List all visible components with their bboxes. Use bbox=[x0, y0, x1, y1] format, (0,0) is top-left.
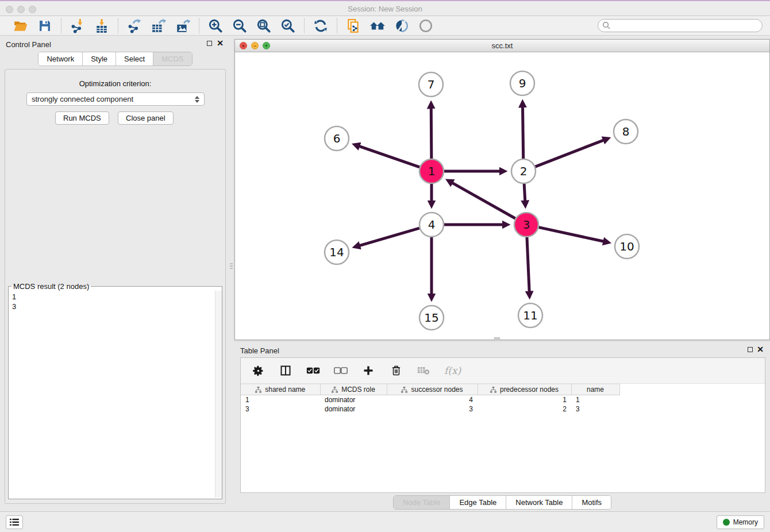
close-panel-button[interactable]: Close panel bbox=[118, 111, 174, 125]
table-cell[interactable]: 3 bbox=[571, 404, 619, 414]
graph-edge-3-1[interactable] bbox=[452, 183, 515, 218]
table-cell[interactable]: 4 bbox=[387, 395, 478, 404]
control-panel-tabs: NetworkStyleSelectMCDS bbox=[38, 52, 192, 66]
table-cell[interactable]: dominator bbox=[320, 404, 387, 414]
column-header-MCDS-role[interactable]: MCDS role bbox=[320, 384, 387, 395]
import-table-icon[interactable] bbox=[94, 18, 110, 34]
vertical-splitter-handle[interactable] bbox=[229, 260, 233, 272]
close-panel-icon[interactable]: ✕ bbox=[217, 38, 224, 48]
graph-node-10[interactable]: 10 bbox=[615, 234, 639, 259]
level-of-detail-icon[interactable] bbox=[418, 18, 434, 34]
search-box bbox=[598, 19, 763, 32]
tab-style[interactable]: Style bbox=[83, 52, 116, 65]
search-input[interactable] bbox=[611, 20, 762, 31]
float-panel-icon[interactable] bbox=[207, 41, 212, 46]
horizontal-splitter-handle[interactable] bbox=[494, 337, 500, 340]
graph-edge-2-3[interactable] bbox=[524, 184, 525, 201]
graph-node-3[interactable]: 3 bbox=[514, 213, 538, 237]
table-cell[interactable]: 1 bbox=[571, 395, 619, 404]
graph-node-14[interactable]: 14 bbox=[325, 240, 349, 264]
graph-edge-3-10[interactable] bbox=[538, 228, 603, 242]
zoom-in-icon[interactable] bbox=[207, 18, 224, 34]
table-cell[interactable]: 1 bbox=[241, 395, 320, 404]
graph-node-11[interactable]: 11 bbox=[518, 303, 542, 327]
table-cell[interactable]: 2 bbox=[478, 404, 571, 414]
mcds-result-text[interactable]: 1 3 bbox=[9, 291, 215, 498]
run-mcds-button[interactable]: Run MCDS bbox=[55, 111, 109, 125]
graph-edge-2-9[interactable] bbox=[523, 107, 523, 159]
graph-node-2[interactable]: 2 bbox=[511, 159, 536, 183]
search-icon bbox=[602, 21, 611, 30]
status-bar: Memory bbox=[0, 511, 770, 532]
graph-node-4[interactable]: 4 bbox=[419, 213, 444, 237]
column-header-predecessor-nodes[interactable]: predecessor nodes bbox=[478, 384, 571, 395]
settings-gear-icon[interactable] bbox=[251, 364, 265, 377]
column-header-successor-nodes[interactable]: successor nodes bbox=[387, 384, 478, 395]
close-table-panel-icon[interactable]: ✕ bbox=[757, 345, 764, 354]
import-network-icon[interactable] bbox=[70, 18, 86, 34]
open-file-icon[interactable] bbox=[13, 18, 29, 34]
graph-node-label: 7 bbox=[428, 78, 435, 91]
graph-edge-3-11[interactable] bbox=[527, 237, 529, 292]
table-panel-header: Table Panel ✕ bbox=[234, 342, 770, 358]
select-all-checkboxes-icon[interactable] bbox=[306, 364, 320, 377]
column-header-shared-name[interactable]: shared name bbox=[241, 384, 320, 395]
graph-edge-1-6[interactable] bbox=[359, 146, 419, 167]
graph-edge-1-7[interactable] bbox=[431, 108, 432, 159]
criterion-select[interactable]: strongly connected component bbox=[26, 92, 205, 106]
table-cell[interactable]: 1 bbox=[478, 395, 571, 404]
graph-node-6[interactable]: 6 bbox=[325, 126, 349, 151]
column-layout-icon[interactable] bbox=[279, 364, 292, 377]
network-view-window: × − + scc.txt 7968124314101511 bbox=[234, 39, 770, 340]
graph-node-label: 8 bbox=[622, 125, 630, 138]
graph-node-label: 4 bbox=[428, 218, 436, 232]
app-titlebar: Session: New Session bbox=[0, 0, 770, 16]
network-window-titlebar[interactable]: × − + scc.txt bbox=[235, 40, 769, 52]
graphics-details-icon[interactable] bbox=[394, 18, 410, 34]
task-history-button[interactable] bbox=[6, 515, 23, 529]
save-session-icon[interactable] bbox=[37, 18, 53, 34]
memory-button[interactable]: Memory bbox=[717, 515, 764, 529]
zoom-out-icon[interactable] bbox=[232, 18, 248, 34]
tab-select[interactable]: Select bbox=[116, 52, 153, 65]
add-row-icon[interactable] bbox=[361, 364, 375, 377]
tab-edge-table[interactable]: Edge Table bbox=[450, 496, 506, 509]
table-cell[interactable]: 3 bbox=[241, 404, 320, 414]
zoom-selected-icon[interactable] bbox=[280, 18, 296, 34]
float-table-panel-icon[interactable] bbox=[748, 347, 753, 352]
tab-network-table[interactable]: Network Table bbox=[506, 496, 572, 509]
list-icon bbox=[9, 518, 20, 526]
table-cell[interactable]: 3 bbox=[387, 404, 478, 414]
tab-network[interactable]: Network bbox=[38, 52, 83, 65]
export-image-icon[interactable] bbox=[175, 18, 191, 34]
column-header-name[interactable]: name bbox=[571, 384, 619, 395]
table-cell[interactable]: dominator bbox=[320, 395, 387, 404]
zoom-fit-icon[interactable] bbox=[256, 18, 272, 34]
network-canvas[interactable]: 7968124314101511 bbox=[235, 52, 769, 340]
delete-table-disabled-icon bbox=[417, 364, 430, 377]
new-network-from-selection-icon[interactable] bbox=[345, 18, 361, 34]
graph-node-label: 15 bbox=[424, 311, 438, 325]
table-row[interactable]: 3dominator323 bbox=[241, 404, 619, 414]
deselect-all-checkboxes-icon[interactable] bbox=[334, 364, 348, 377]
node-table-container: f(x) shared nameMCDS rolesuccessor nodes… bbox=[240, 357, 765, 493]
graph-node-label: 3 bbox=[523, 218, 530, 232]
graph-node-8[interactable]: 8 bbox=[614, 119, 638, 144]
export-table-icon[interactable] bbox=[151, 18, 167, 34]
tab-motifs[interactable]: Motifs bbox=[572, 496, 611, 509]
node-table: shared nameMCDS rolesuccessor nodesprede… bbox=[241, 384, 620, 414]
tab-mcds[interactable]: MCDS bbox=[153, 52, 191, 65]
delete-row-icon[interactable] bbox=[389, 364, 403, 377]
graph-edge-2-8[interactable] bbox=[536, 140, 604, 167]
mcds-result-scrollbar[interactable] bbox=[215, 291, 222, 498]
table-row[interactable]: 1dominator411 bbox=[241, 395, 619, 404]
tab-node-table[interactable]: Node Table bbox=[394, 496, 451, 509]
graph-edge-4-14[interactable] bbox=[359, 228, 419, 245]
refresh-icon[interactable] bbox=[313, 18, 329, 34]
graph-node-15[interactable]: 15 bbox=[419, 306, 444, 330]
graph-node-7[interactable]: 7 bbox=[419, 72, 443, 97]
first-neighbors-icon[interactable] bbox=[369, 18, 386, 34]
graph-node-9[interactable]: 9 bbox=[510, 71, 534, 95]
export-network-icon[interactable] bbox=[126, 18, 143, 34]
graph-node-1[interactable]: 1 bbox=[419, 159, 444, 183]
